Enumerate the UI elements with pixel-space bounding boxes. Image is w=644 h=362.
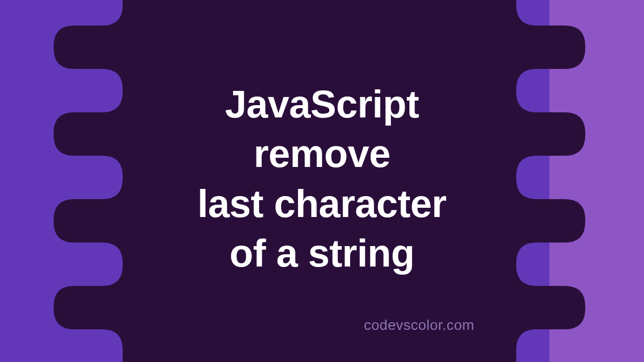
- title-line-3: last character: [197, 179, 446, 228]
- title-line-1: JavaScript: [197, 79, 446, 129]
- title-line-4: of a string: [197, 228, 446, 278]
- title-line-2: remove: [197, 129, 446, 178]
- content-area: JavaScript remove last character of a st…: [0, 0, 644, 362]
- main-title: JavaScript remove last character of a st…: [197, 79, 446, 278]
- watermark-text: codevscolor.com: [364, 317, 474, 333]
